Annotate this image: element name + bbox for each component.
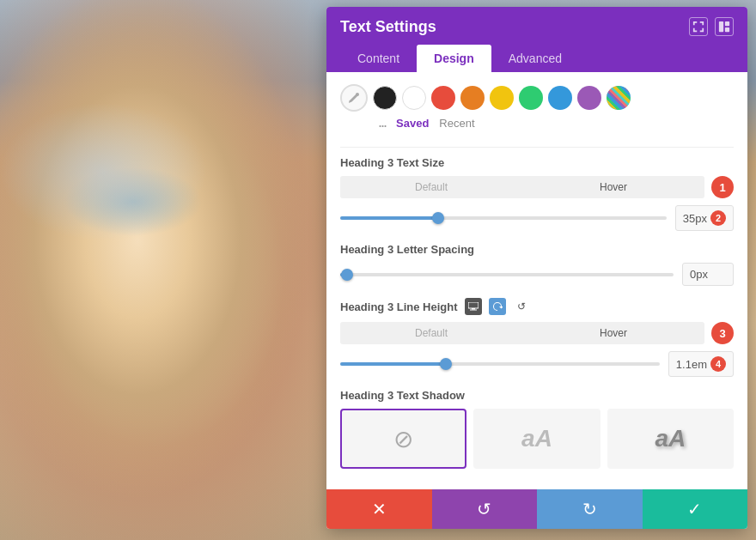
shadow-none-icon: ⊘ [393,425,413,453]
svg-rect-1 [725,21,729,26]
more-colors-dots[interactable]: ··· [375,117,386,135]
heading3-letter-spacing-slider-row: 0px [340,263,734,286]
swatch-blue[interactable] [548,86,572,110]
heading3-text-shadow-label: Heading 3 Text Shadow [340,389,734,402]
expand-icon[interactable] [689,17,708,36]
tab-content[interactable]: Content [340,45,417,72]
heading3-text-size-dh-row: Default Hover 1 [340,176,734,198]
swatch-orange[interactable] [460,86,485,110]
heading3-line-height-badge4: 4 [710,356,726,372]
redo-button[interactable]: ↻ [537,489,643,529]
confirm-button[interactable]: ✓ [643,489,748,529]
heading3-line-height-label-row: Heading 3 Line Height ↺ [340,298,734,315]
svg-rect-5 [472,308,475,310]
shadow-light-option[interactable]: aA [473,409,600,469]
heading3-line-height-hover-btn[interactable]: Hover [522,322,704,344]
heading3-text-size-value[interactable]: 35px 2 [675,205,734,231]
undo-button[interactable]: ↺ [432,489,538,529]
svg-rect-6 [470,310,477,311]
cancel-button[interactable]: ✕ [326,489,432,529]
heading3-line-height-label: Heading 3 Line Height [340,300,458,313]
recent-button[interactable]: Recent [439,117,474,135]
svg-rect-4 [468,302,479,308]
color-picker-button[interactable] [340,84,368,112]
tabs: Content Design Advanced [340,45,734,72]
heading3-text-size-default-btn[interactable]: Default [340,176,522,198]
heading3-line-height-badge3: 3 [711,322,734,344]
swatch-gradient[interactable] [607,86,631,110]
saved-button[interactable]: Saved [396,117,429,135]
layout-icon[interactable] [715,17,734,36]
tab-advanced[interactable]: Advanced [491,45,579,72]
shadow-none-option[interactable]: ⊘ [340,409,466,469]
color-swatch-row [340,84,734,112]
sync-icon[interactable] [489,298,506,315]
panel-title: Text Settings [340,18,436,36]
panel-body: ··· Saved Recent Heading 3 Text Size Def… [326,72,747,489]
svg-rect-2 [725,27,729,32]
heading3-line-height-slider-row: 1.1em 4 [340,351,734,377]
panel-header-icons [689,17,734,36]
heading3-line-height-value[interactable]: 1.1em 4 [668,351,734,377]
heading3-line-height-default-btn[interactable]: Default [340,322,522,344]
separator-1 [340,147,734,148]
heading3-text-size-label: Heading 3 Text Size [340,156,734,169]
heading3-text-size-hover-btn[interactable]: Hover [522,176,704,198]
swatch-purple[interactable] [577,86,601,110]
heading3-line-height-dh-row: Default Hover 3 [340,322,734,344]
reset-icon[interactable]: ↺ [513,298,530,315]
heading3-letter-spacing-slider[interactable] [340,273,674,276]
heading3-line-height-slider[interactable] [340,362,660,366]
swatch-yellow[interactable] [490,86,514,110]
svg-rect-0 [719,21,723,32]
swatch-black[interactable] [373,86,397,110]
swatch-white[interactable] [402,86,426,110]
shadow-dark-text: aA [655,425,686,452]
text-settings-panel: Text Settings Content Design Advanced [326,7,747,529]
heading3-text-size-slider[interactable] [340,216,667,220]
shadow-options: ⊘ aA aA [340,409,734,469]
swatch-red[interactable] [431,86,455,110]
shadow-light-text: aA [521,425,552,452]
saved-recent-row: ··· Saved Recent [375,117,734,135]
desktop-icon[interactable] [465,298,482,315]
panel-header: Text Settings Content Design Advanced [326,7,747,72]
shadow-dark-option[interactable]: aA [607,409,734,469]
tab-design[interactable]: Design [417,45,491,72]
swatch-green[interactable] [519,86,543,110]
panel-footer: ✕ ↺ ↻ ✓ [326,489,747,529]
heading3-letter-spacing-label: Heading 3 Letter Spacing [340,243,734,256]
heading3-text-size-badge2: 2 [710,210,726,226]
heading3-letter-spacing-value[interactable]: 0px [682,263,734,286]
heading3-text-size-badge1: 1 [711,176,734,198]
svg-point-3 [356,93,359,96]
heading3-text-size-slider-row: 35px 2 [340,205,734,231]
